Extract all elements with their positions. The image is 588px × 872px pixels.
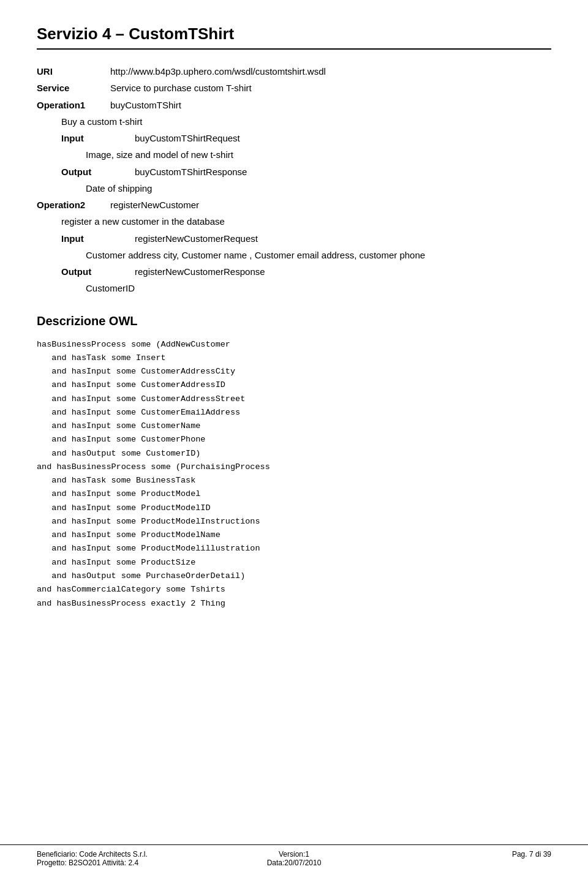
owl-line: and hasInput some CustomerAddressStreet <box>37 393 551 406</box>
op1-input-desc: Image, size and model of new t-shirt <box>86 148 551 162</box>
footer: Beneficiario: Code Architects S.r.l. Pro… <box>0 844 588 872</box>
op1-value: buyCustomTShirt <box>110 98 551 112</box>
owl-line: and hasInput some CustomerAddressID <box>37 378 551 392</box>
op2-label: Operation2 <box>37 198 110 212</box>
owl-line: and hasInput some ProductModelillustrati… <box>37 542 551 555</box>
op2-output-row: Output registerNewCustomerResponse <box>61 265 551 279</box>
op2-output-value: registerNewCustomerResponse <box>135 265 551 279</box>
owl-line: and hasBusinessProcess some (Purchaising… <box>37 460 551 474</box>
op2-input-value: registerNewCustomerRequest <box>135 231 551 246</box>
op1-output-desc-row: Date of shipping <box>86 181 551 195</box>
op2-output-desc: CustomerID <box>86 281 551 295</box>
op1-input-value: buyCustomTShirtRequest <box>135 131 551 145</box>
owl-line: and hasInput some ProductModel <box>37 487 551 501</box>
page-container: Servizio 4 – CustomTShirt URI http://www… <box>0 0 588 660</box>
owl-line: hasBusinessProcess some (AddNewCustomer <box>37 338 551 351</box>
op2-desc-row: register a new customer in the database <box>61 214 551 228</box>
op1-label: Operation1 <box>37 98 110 112</box>
owl-line: and hasCommercialCategory some Tshirts <box>37 583 551 596</box>
op2-row: Operation2 registerNewCustomer <box>37 198 551 212</box>
op2-desc: register a new customer in the database <box>61 214 551 228</box>
uri-row: URI http://www.b4p3p.uphero.com/wsdl/cus… <box>37 64 551 78</box>
owl-line: and hasInput some ProductSize <box>37 556 551 569</box>
owl-line: and hasInput some ProductModelInstructio… <box>37 515 551 528</box>
op1-output-desc: Date of shipping <box>86 181 551 195</box>
owl-line: and hasBusinessProcess exactly 2 Thing <box>37 597 551 611</box>
footer-center: Version:1 Data:20/07/2010 <box>208 850 380 867</box>
op1-input-label: Input <box>61 131 135 145</box>
op2-input-row: Input registerNewCustomerRequest <box>61 231 551 246</box>
service-value: Service to purchase custom T-shirt <box>110 81 551 95</box>
owl-line: and hasInput some CustomerAddressCity <box>37 365 551 378</box>
footer-right: Pag. 7 di 39 <box>380 850 551 867</box>
uri-value: http://www.b4p3p.uphero.com/wsdl/customt… <box>110 64 551 78</box>
service-row: Service Service to purchase custom T-shi… <box>37 81 551 95</box>
service-section: URI http://www.b4p3p.uphero.com/wsdl/cus… <box>37 64 551 296</box>
op2-output-desc-row: CustomerID <box>86 281 551 295</box>
service-label: Service <box>37 81 110 95</box>
owl-section: Descrizione OWL hasBusinessProcess some … <box>37 314 551 611</box>
uri-label: URI <box>37 64 110 78</box>
op1-desc-row: Buy a custom t-shirt <box>61 115 551 129</box>
op2-input-desc-row: Customer address city, Customer name , C… <box>86 248 551 262</box>
op1-input-row: Input buyCustomTShirtRequest <box>61 131 551 145</box>
footer-left: Beneficiario: Code Architects S.r.l. Pro… <box>37 850 208 867</box>
footer-version: Version:1 <box>208 850 380 859</box>
op2-input-label: Input <box>61 231 135 246</box>
owl-heading: Descrizione OWL <box>37 314 551 328</box>
owl-line: and hasTask some Insert <box>37 351 551 365</box>
op1-output-row: Output buyCustomTShirtResponse <box>61 165 551 179</box>
owl-line: and hasInput some CustomerPhone <box>37 433 551 446</box>
op1-output-label: Output <box>61 165 135 179</box>
owl-line: and hasOutput some PurchaseOrderDetail) <box>37 569 551 583</box>
owl-block: hasBusinessProcess some (AddNewCustomer … <box>37 338 551 611</box>
op2-output-label: Output <box>61 265 135 279</box>
owl-line: and hasInput some CustomerEmailAddress <box>37 406 551 419</box>
owl-line: and hasInput some CustomerName <box>37 419 551 433</box>
op1-output-value: buyCustomTShirtResponse <box>135 165 551 179</box>
footer-date: Data:20/07/2010 <box>208 859 380 867</box>
owl-line: and hasOutput some CustomerID) <box>37 447 551 460</box>
op1-input-desc-row: Image, size and model of new t-shirt <box>86 148 551 162</box>
page-title: Servizio 4 – CustomTShirt <box>37 24 551 50</box>
footer-progetto: Progetto: B2SO201 Attività: 2.4 <box>37 859 208 867</box>
op2-value: registerNewCustomer <box>110 198 551 212</box>
footer-page: Pag. 7 di 39 <box>380 850 551 859</box>
owl-line: and hasInput some ProductModelID <box>37 502 551 515</box>
op1-row: Operation1 buyCustomTShirt <box>37 98 551 112</box>
footer-beneficiario: Beneficiario: Code Architects S.r.l. <box>37 850 208 859</box>
owl-line: and hasTask some BusinessTask <box>37 474 551 487</box>
owl-line: and hasInput some ProductModelName <box>37 528 551 542</box>
op1-desc: Buy a custom t-shirt <box>61 115 551 129</box>
op2-input-desc: Customer address city, Customer name , C… <box>86 248 551 262</box>
